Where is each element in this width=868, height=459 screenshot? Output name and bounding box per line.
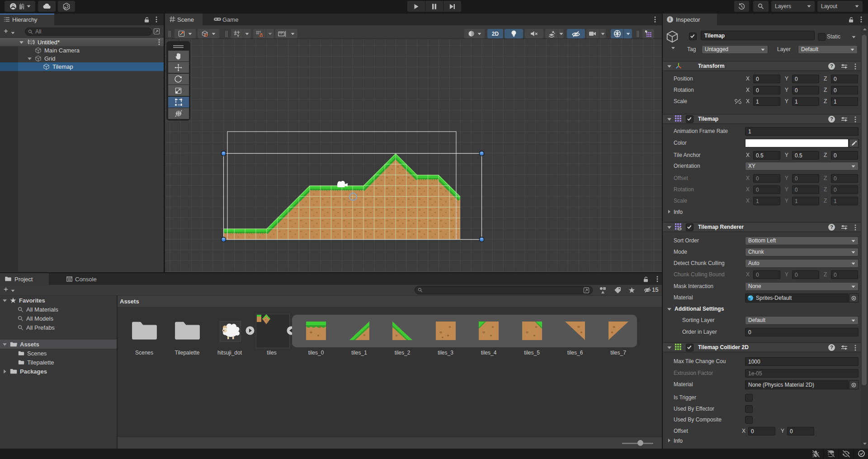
svg-text:Y: Y — [237, 34, 239, 37]
